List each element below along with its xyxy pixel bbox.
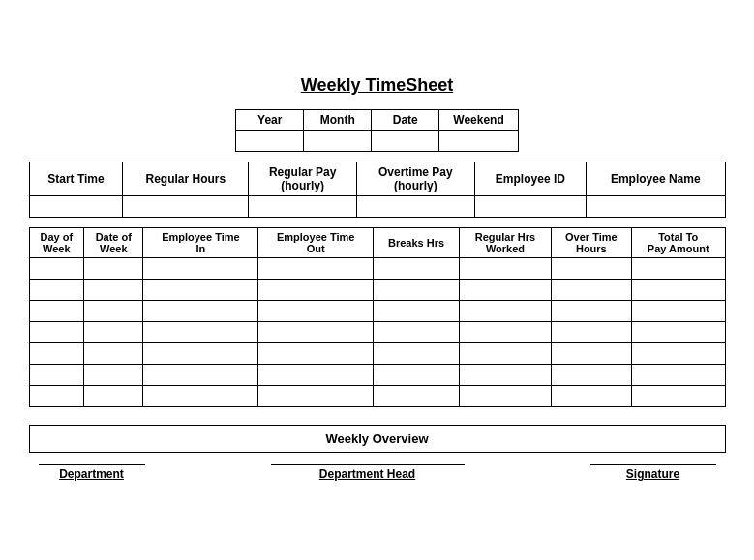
- table-cell[interactable]: [143, 301, 258, 322]
- table-cell[interactable]: [29, 301, 84, 322]
- table-row: [29, 365, 725, 386]
- page: Weekly TimeSheet YearMonthDateWeekend St…: [10, 60, 745, 500]
- main-header-cell: Day ofWeek: [29, 228, 84, 258]
- department-head-line: [271, 464, 465, 465]
- info-value-cell[interactable]: [304, 131, 372, 152]
- pay-value-cell[interactable]: [249, 196, 357, 218]
- table-row: [29, 322, 725, 343]
- table-cell[interactable]: [374, 365, 460, 386]
- table-cell[interactable]: [460, 343, 552, 365]
- table-cell[interactable]: [84, 258, 143, 280]
- table-cell[interactable]: [84, 343, 143, 365]
- table-cell[interactable]: [143, 280, 258, 301]
- table-cell[interactable]: [258, 365, 374, 386]
- table-row: [29, 343, 725, 365]
- main-header-cell: Total ToPay Amount: [631, 228, 725, 258]
- table-cell[interactable]: [460, 322, 552, 343]
- table-cell[interactable]: [258, 258, 374, 280]
- pay-table: Start TimeRegular HoursRegular Pay(hourl…: [29, 162, 726, 218]
- table-cell[interactable]: [460, 280, 552, 301]
- table-cell[interactable]: [258, 322, 374, 343]
- table-cell[interactable]: [631, 386, 725, 407]
- table-cell[interactable]: [29, 386, 84, 407]
- table-cell[interactable]: [551, 301, 631, 322]
- table-cell[interactable]: [29, 322, 84, 343]
- weekly-overview: Weekly Overview: [29, 425, 726, 453]
- table-cell[interactable]: [631, 343, 725, 365]
- pay-value-cell[interactable]: [123, 196, 249, 218]
- department-label: Department: [59, 467, 124, 481]
- table-cell[interactable]: [143, 365, 258, 386]
- pay-header-cell: Start Time: [29, 162, 123, 196]
- table-cell[interactable]: [143, 258, 258, 280]
- table-cell[interactable]: [258, 301, 374, 322]
- table-row: [29, 301, 725, 322]
- main-header-cell: Breaks Hrs: [374, 228, 460, 258]
- info-value-cell[interactable]: [439, 131, 518, 152]
- table-cell[interactable]: [29, 343, 84, 365]
- table-cell[interactable]: [84, 386, 143, 407]
- pay-header-cell: Employee ID: [474, 162, 586, 196]
- table-row: [29, 280, 725, 301]
- table-cell[interactable]: [551, 322, 631, 343]
- table-cell[interactable]: [374, 322, 460, 343]
- info-table: YearMonthDateWeekend: [235, 109, 518, 152]
- department-head-label: Department Head: [319, 467, 415, 481]
- info-header-cell: Weekend: [439, 110, 518, 131]
- info-header-cell: Date: [372, 110, 439, 131]
- table-cell[interactable]: [258, 280, 374, 301]
- pay-value-cell[interactable]: [474, 196, 586, 218]
- table-cell[interactable]: [143, 322, 258, 343]
- table-cell[interactable]: [631, 365, 725, 386]
- department-head-sig: Department Head: [271, 464, 465, 481]
- info-value-cell[interactable]: [372, 131, 439, 152]
- table-cell[interactable]: [84, 322, 143, 343]
- main-table: Day ofWeekDate ofWeekEmployee TimeInEmpl…: [29, 227, 726, 407]
- table-row: [29, 386, 725, 407]
- table-cell[interactable]: [258, 343, 374, 365]
- table-cell[interactable]: [258, 386, 374, 407]
- table-cell[interactable]: [631, 301, 725, 322]
- department-line: [39, 464, 145, 465]
- table-cell[interactable]: [551, 343, 631, 365]
- pay-value-cell[interactable]: [29, 196, 123, 218]
- table-cell[interactable]: [374, 301, 460, 322]
- pay-value-cell[interactable]: [357, 196, 475, 218]
- main-header-cell: Regular HrsWorked: [460, 228, 552, 258]
- table-cell[interactable]: [631, 258, 725, 280]
- table-cell[interactable]: [374, 258, 460, 280]
- pay-section: Start TimeRegular HoursRegular Pay(hourl…: [29, 162, 726, 218]
- signature-label: Signature: [626, 467, 679, 481]
- table-cell[interactable]: [551, 386, 631, 407]
- table-cell[interactable]: [84, 280, 143, 301]
- table-cell[interactable]: [460, 386, 552, 407]
- table-cell[interactable]: [29, 258, 84, 280]
- pay-header-cell: Overtime Pay(hourly): [357, 162, 475, 196]
- pay-value-cell[interactable]: [587, 196, 725, 218]
- pay-header-cell: Regular Pay(hourly): [249, 162, 357, 196]
- table-cell[interactable]: [460, 258, 552, 280]
- main-header-cell: Over TimeHours: [551, 228, 631, 258]
- table-cell[interactable]: [460, 365, 552, 386]
- main-header-cell: Employee TimeIn: [143, 228, 258, 258]
- signature-line: [590, 464, 716, 465]
- table-cell[interactable]: [29, 280, 84, 301]
- pay-header-cell: Employee Name: [587, 162, 725, 196]
- table-cell[interactable]: [551, 258, 631, 280]
- table-cell[interactable]: [374, 280, 460, 301]
- page-title: Weekly TimeSheet: [29, 75, 726, 96]
- table-cell[interactable]: [29, 365, 84, 386]
- table-cell[interactable]: [551, 365, 631, 386]
- info-value-cell[interactable]: [236, 131, 304, 152]
- table-cell[interactable]: [143, 343, 258, 365]
- table-cell[interactable]: [374, 343, 460, 365]
- table-row: [29, 258, 725, 280]
- table-cell[interactable]: [374, 386, 460, 407]
- table-cell[interactable]: [460, 301, 552, 322]
- table-cell[interactable]: [84, 301, 143, 322]
- table-cell[interactable]: [631, 280, 725, 301]
- table-cell[interactable]: [551, 280, 631, 301]
- table-cell[interactable]: [631, 322, 725, 343]
- table-cell[interactable]: [143, 386, 258, 407]
- table-cell[interactable]: [84, 365, 143, 386]
